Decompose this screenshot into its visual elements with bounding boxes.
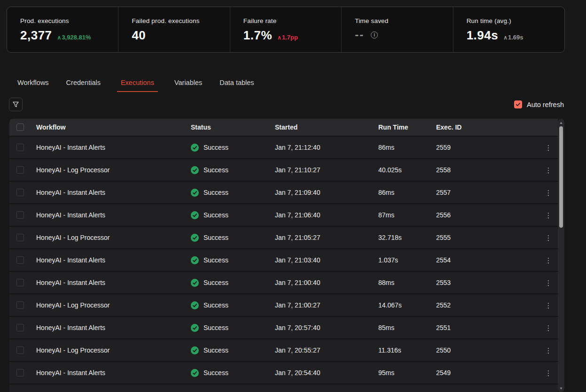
workflow-name[interactable]: HoneyAI - Log Processor [36, 234, 191, 241]
scrollbar-down-icon[interactable]: ▼ [558, 385, 564, 392]
run-time: 14.067s [378, 301, 436, 309]
column-header-run-time: Run Time [378, 123, 436, 131]
row-menu-icon[interactable]: ⋮ [545, 324, 552, 331]
table-row[interactable]: HoneyAI - Instant Alerts Success Jan 7, … [9, 248, 558, 271]
row-checkbox[interactable] [16, 369, 24, 377]
stat-value: 1.7% [243, 28, 272, 43]
workflow-name[interactable]: HoneyAI - Log Processor [36, 346, 191, 354]
stat-card-failed-executions: Failed prod. executions 40 [118, 7, 229, 52]
exec-id: 2555 [436, 234, 539, 241]
scrollbar-thumb[interactable] [559, 126, 563, 228]
row-menu-icon[interactable]: ⋮ [545, 234, 552, 241]
stats-bar: Prod. executions 2,377 ∧3,928.81% Failed… [7, 7, 565, 53]
stat-label: Prod. executions [20, 17, 113, 24]
auto-refresh-label[interactable]: Auto refresh [527, 101, 564, 108]
table-header-row: Workflow Status Started Run Time Exec. I… [9, 119, 558, 136]
filter-button[interactable] [9, 98, 23, 111]
table-row[interactable]: HoneyAI - Instant Alerts Success Jan 7, … [9, 181, 558, 203]
workflow-name[interactable]: HoneyAI - Instant Alerts [36, 189, 191, 196]
row-menu-icon[interactable]: ⋮ [545, 279, 552, 286]
status-cell: Success [191, 324, 275, 332]
run-time: 95ms [378, 369, 436, 377]
success-icon [191, 346, 199, 354]
auto-refresh-checkbox[interactable] [514, 100, 522, 108]
status-cell: Success [191, 234, 275, 242]
tab-data-tables[interactable]: Data tables [219, 79, 255, 92]
vertical-scrollbar[interactable]: ▲ ▼ [558, 119, 564, 392]
stat-card-time-saved: Time saved -- i [341, 7, 453, 52]
workflow-name[interactable]: HoneyAI - Instant Alerts [36, 369, 191, 377]
check-icon [516, 102, 521, 107]
table-row[interactable]: HoneyAI - Instant Alerts Success Jan 7, … [9, 203, 558, 226]
column-header-exec-id: Exec. ID [436, 123, 539, 131]
run-time: 85ms [378, 324, 436, 331]
success-icon [191, 234, 199, 242]
row-checkbox[interactable] [16, 166, 24, 174]
success-icon [191, 189, 199, 197]
workflow-name[interactable]: HoneyAI - Instant Alerts [36, 211, 191, 219]
tab-executions[interactable]: Executions [117, 79, 158, 92]
table-row[interactable]: HoneyAI - Log Processor Success Jan 7, 2… [9, 226, 558, 248]
status-label: Success [203, 144, 228, 151]
row-menu-icon[interactable]: ⋮ [545, 144, 552, 151]
table-row[interactable]: HoneyAI - Instant Alerts Success Jan 7, … [9, 271, 558, 293]
info-circle-icon[interactable]: i [371, 31, 378, 38]
status-cell: Success [191, 144, 275, 152]
stat-value: 2,377 [20, 28, 52, 43]
workflow-name[interactable]: HoneyAI - Instant Alerts [36, 256, 191, 264]
started-time: Jan 7, 21:03:40 [275, 256, 378, 264]
row-checkbox[interactable] [16, 189, 24, 196]
table-row[interactable]: HoneyAI - Log Processor Success Jan 7, 2… [9, 158, 558, 181]
row-menu-icon[interactable]: ⋮ [545, 369, 552, 377]
started-time: Jan 7, 20:55:27 [275, 346, 378, 354]
select-all-checkbox[interactable] [16, 123, 24, 131]
row-checkbox[interactable] [16, 346, 24, 354]
success-icon [191, 211, 199, 219]
exec-id: 2549 [436, 369, 539, 377]
run-time: 86ms [378, 144, 436, 151]
stat-card-prod-executions: Prod. executions 2,377 ∧3,928.81% [7, 7, 118, 52]
status-label: Success [203, 211, 228, 219]
table-row[interactable]: HoneyAI - Instant Alerts Success Jan 7, … [9, 136, 558, 158]
trend-value: 1.7pp [282, 34, 298, 41]
tab-workflows[interactable]: Workflows [16, 79, 50, 92]
scrollbar-up-icon[interactable]: ▲ [558, 119, 564, 126]
table-row[interactable]: HoneyAI - Instant Alerts Success Jan 7, … [9, 316, 558, 338]
exec-id: 2552 [436, 301, 539, 309]
status-label: Success [203, 324, 228, 331]
workflow-name[interactable]: HoneyAI - Instant Alerts [36, 279, 191, 286]
workflow-name[interactable]: HoneyAI - Instant Alerts [36, 324, 191, 331]
table-row[interactable]: HoneyAI - Instant Alerts Success Jan 7, … [9, 361, 558, 384]
table-row[interactable]: HoneyAI - Log Processor Success Jan 7, 2… [9, 293, 558, 316]
row-checkbox[interactable] [16, 144, 24, 151]
row-checkbox[interactable] [16, 279, 24, 286]
row-menu-icon[interactable]: ⋮ [545, 302, 552, 309]
tab-credentials[interactable]: Credentials [65, 79, 102, 92]
success-icon [191, 279, 199, 287]
exec-id: 2554 [436, 256, 539, 264]
trend-up-icon: ∧ [277, 34, 281, 41]
row-menu-icon[interactable]: ⋮ [545, 167, 552, 174]
workflow-name[interactable]: HoneyAI - Log Processor [36, 301, 191, 309]
exec-id: 2557 [436, 189, 539, 196]
row-checkbox[interactable] [16, 256, 24, 264]
row-menu-icon[interactable]: ⋮ [545, 257, 552, 264]
tab-variables[interactable]: Variables [173, 79, 203, 92]
stat-value: -- [355, 28, 364, 41]
status-label: Success [203, 189, 228, 196]
row-checkbox[interactable] [16, 234, 24, 241]
row-menu-icon[interactable]: ⋮ [545, 212, 552, 219]
status-cell: Success [191, 369, 275, 377]
row-checkbox[interactable] [16, 324, 24, 331]
row-checkbox[interactable] [16, 301, 24, 309]
row-menu-icon[interactable]: ⋮ [545, 347, 552, 354]
stat-trend: ∧1.7pp [277, 34, 298, 41]
row-menu-icon[interactable]: ⋮ [545, 189, 552, 196]
workflow-name[interactable]: HoneyAI - Log Processor [36, 166, 191, 174]
workflow-name[interactable]: HoneyAI - Instant Alerts [36, 144, 191, 151]
table-row[interactable]: HoneyAI - Log Processor Success Jan 7, 2… [9, 338, 558, 361]
stat-label: Run time (avg.) [467, 17, 560, 24]
status-label: Success [203, 346, 228, 354]
exec-id: 2558 [436, 166, 539, 174]
row-checkbox[interactable] [16, 211, 24, 219]
